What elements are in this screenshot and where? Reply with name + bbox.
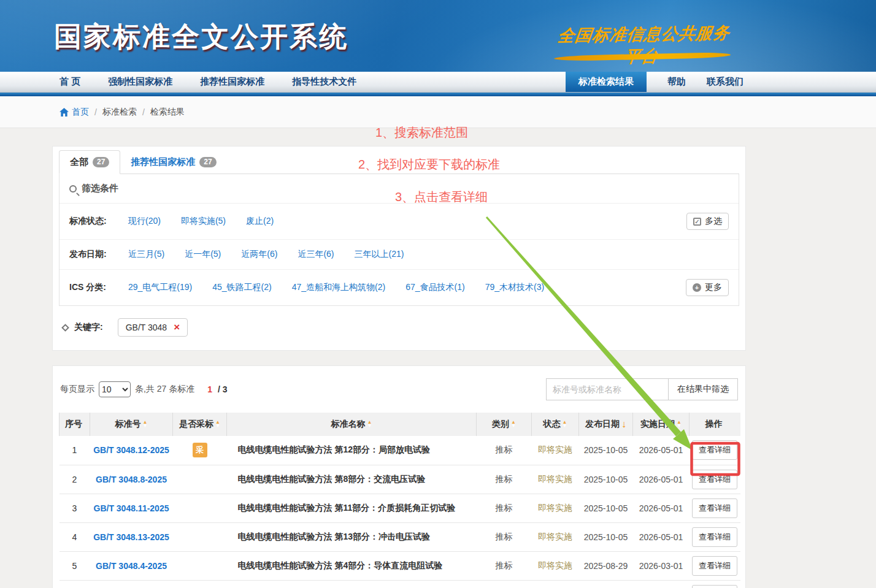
filter-option-link[interactable]: 即将实施(5) bbox=[181, 216, 226, 227]
filter-option-link[interactable]: 79_木材技术(3) bbox=[485, 282, 544, 293]
standard-category: 推标 bbox=[477, 436, 532, 465]
result-tabs: 全部 27 推荐性国家标准 27 bbox=[59, 147, 739, 174]
nav-item[interactable]: 强制性国家标准 bbox=[108, 76, 172, 88]
filter-option-link[interactable]: 现行(20) bbox=[128, 216, 161, 227]
view-detail-button[interactable]: 查看详细 bbox=[692, 527, 737, 547]
filter-option-link[interactable]: 近三月(5) bbox=[128, 249, 164, 260]
standard-code-link[interactable]: GB/T 3048.13-2025 bbox=[90, 522, 173, 551]
standard-code-link[interactable]: GB/T 3048.4-2025 bbox=[90, 551, 173, 580]
more-label: 更多 bbox=[705, 282, 722, 293]
row-index: 1 bbox=[60, 436, 90, 465]
breadcrumb-separator: / bbox=[94, 107, 97, 117]
view-detail-button[interactable]: 查看详细 bbox=[692, 556, 737, 576]
more-button[interactable]: 更多 bbox=[686, 279, 729, 296]
filter-option-link[interactable]: 近三年(6) bbox=[298, 249, 334, 260]
breadcrumb-item-results: 检索结果 bbox=[150, 107, 185, 118]
breadcrumb: 首页 / 标准检索 / 检索结果 bbox=[0, 96, 876, 128]
table-row: 4 GB/T 3048.13-2025 电线电缆电性能试验方法 第13部分：冲击… bbox=[60, 522, 740, 551]
standard-status: 即将实施 bbox=[532, 522, 579, 551]
result-tab[interactable]: 推荐性国家标准 27 bbox=[120, 150, 226, 174]
sort-icon[interactable] bbox=[367, 421, 372, 428]
standard-code-link[interactable]: GB/T 3048.12-2025 bbox=[90, 436, 173, 465]
filter-row-label: 发布日期: bbox=[69, 249, 128, 260]
remove-keyword-icon[interactable]: × bbox=[174, 323, 180, 332]
breadcrumb-home-link[interactable]: 首页 bbox=[60, 107, 89, 118]
nav-item[interactable]: 推荐性国家标准 bbox=[200, 76, 264, 88]
view-detail-button[interactable]: 查看详细 bbox=[692, 498, 737, 518]
standard-code-link[interactable]: GB/T 30489-2024 bbox=[90, 580, 173, 588]
standard-status: 即将实施 bbox=[532, 436, 579, 465]
filter-option-link[interactable]: 67_食品技术(1) bbox=[405, 282, 464, 293]
filter-option-link[interactable]: 29_电气工程(19) bbox=[128, 282, 192, 293]
filter-row-date: 发布日期: 近三月(5)近一年(5)近两年(6)近三年(6)三年以上(21) bbox=[60, 240, 739, 270]
filter-panel-header: 筛选条件 bbox=[60, 174, 739, 204]
standard-name: 电线电缆电性能试验方法 第12部分：局部放电试验 bbox=[227, 436, 477, 465]
column-header[interactable]: 标准号 bbox=[90, 413, 173, 436]
current-page: 1 bbox=[207, 384, 212, 394]
row-index: 5 bbox=[60, 551, 90, 580]
sort-icon[interactable] bbox=[143, 421, 148, 428]
sort-icon[interactable] bbox=[215, 421, 220, 428]
column-header[interactable]: 状态 bbox=[532, 413, 579, 436]
column-label: 实施日期 bbox=[640, 419, 675, 429]
filter-option-link[interactable]: 近两年(6) bbox=[241, 249, 277, 260]
nav-item[interactable]: 帮助 bbox=[667, 72, 686, 92]
page-indicator: 1 / 3 bbox=[207, 384, 227, 394]
column-header[interactable]: 实施日期 bbox=[633, 413, 690, 436]
table-row: 6 GB/T 30489-2024 城市轨道车辆客室侧门 推标 现行 2024-… bbox=[60, 580, 740, 588]
table-row: 2 GB/T 3048.8-2025 电线电缆电性能试验方法 第8部分：交流电压… bbox=[60, 465, 740, 494]
tab-label: 推荐性国家标准 bbox=[131, 156, 195, 168]
tab-count-badge: 27 bbox=[93, 157, 109, 167]
filter-row-label: 标准状态: bbox=[69, 216, 128, 227]
result-search-input[interactable] bbox=[546, 378, 669, 400]
column-header[interactable]: 标准名称 bbox=[227, 413, 477, 436]
multi-select-label: 多选 bbox=[705, 216, 722, 227]
column-label: 类别 bbox=[492, 419, 509, 429]
standard-status: 现行 bbox=[532, 580, 579, 588]
filter-option-link[interactable]: 近一年(5) bbox=[185, 249, 221, 260]
sort-icon[interactable] bbox=[563, 421, 567, 428]
column-header[interactable]: 类别 bbox=[477, 413, 532, 436]
breadcrumb-item-search[interactable]: 标准检索 bbox=[102, 107, 137, 118]
row-index: 2 bbox=[60, 465, 90, 494]
sort-icon[interactable] bbox=[621, 420, 626, 429]
column-label: 标准号 bbox=[115, 419, 141, 429]
filter-option-link[interactable]: 47_造船和海上构筑物(2) bbox=[292, 282, 385, 293]
filter-option-link[interactable]: 废止(2) bbox=[246, 216, 274, 227]
filter-in-results-button[interactable]: 在结果中筛选 bbox=[668, 378, 738, 400]
implement-date: 2024-10-01 bbox=[633, 580, 690, 588]
nav-item[interactable]: 标准检索结果 bbox=[566, 72, 647, 92]
nav-item[interactable]: 联系我们 bbox=[707, 72, 743, 92]
column-header[interactable]: 序号 bbox=[60, 413, 90, 436]
multi-select-button[interactable]: 多选 bbox=[686, 213, 729, 230]
table-header: 序号 标准号 是否采标 标准名称 类别 bbox=[60, 413, 740, 436]
column-header[interactable]: 发布日期 bbox=[579, 413, 633, 436]
per-page-prefix: 每页显示 bbox=[60, 384, 94, 395]
filter-option-link[interactable]: 三年以上(21) bbox=[355, 249, 404, 260]
filter-options: 近三月(5)近一年(5)近两年(6)近三年(6)三年以上(21) bbox=[128, 249, 404, 260]
nav-item[interactable]: 指导性技术文件 bbox=[292, 76, 356, 88]
sort-icon[interactable] bbox=[677, 421, 682, 428]
results-card: 每页显示 10 条,共 27 条标准 1 / 3 在结果中筛选 bbox=[52, 365, 746, 588]
publish-date: 2025-10-05 bbox=[579, 494, 633, 522]
standard-category: 推标 bbox=[477, 465, 532, 494]
standard-code-link[interactable]: GB/T 3048.8-2025 bbox=[90, 465, 173, 494]
tab-label: 全部 bbox=[70, 156, 88, 168]
table-row: 5 GB/T 3048.4-2025 电线电缆电性能试验方法 第4部分：导体直流… bbox=[60, 551, 740, 580]
column-header[interactable]: 操作 bbox=[690, 413, 740, 436]
standard-code-link[interactable]: GB/T 3048.11-2025 bbox=[90, 494, 173, 522]
view-detail-button[interactable]: 查看详细 bbox=[692, 470, 737, 489]
filter-options: 现行(20)即将实施(5)废止(2) bbox=[128, 216, 274, 227]
breadcrumb-separator: / bbox=[142, 107, 145, 117]
result-tab[interactable]: 全部 27 bbox=[59, 150, 120, 174]
nav-item[interactable]: 首 页 bbox=[60, 76, 80, 88]
sort-icon[interactable] bbox=[511, 421, 516, 428]
standard-category: 推标 bbox=[477, 551, 532, 580]
keyword-tag: GB/T 3048 × bbox=[118, 318, 188, 337]
filter-option-link[interactable]: 45_铁路工程(2) bbox=[212, 282, 271, 293]
per-page-select[interactable]: 10 bbox=[99, 381, 131, 397]
publish-date: 2025-08-29 bbox=[579, 551, 633, 580]
view-detail-button[interactable]: 查看详细 bbox=[692, 440, 737, 460]
column-header[interactable]: 是否采标 bbox=[173, 413, 227, 436]
view-detail-button[interactable]: 查看详细 bbox=[692, 585, 737, 588]
